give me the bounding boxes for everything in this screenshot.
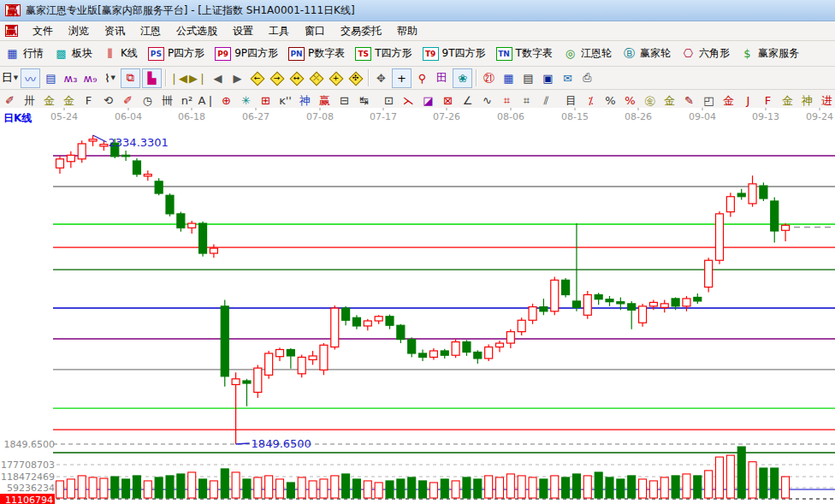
- wave3-tool[interactable]: ʍ₃: [62, 69, 80, 87]
- kline-chart-area[interactable]: 05-2406-0406-1806-2707-0807-1707-2608-06…: [0, 108, 835, 504]
- zigzag-v-tool[interactable]: ∿: [478, 92, 496, 110]
- star-diamond[interactable]: ✣: [346, 69, 364, 87]
- clock-cycle-tool[interactable]: ◷: [139, 92, 157, 110]
- menu-item-文件[interactable]: 文件: [25, 23, 61, 39]
- sectors-button[interactable]: ▩板块: [49, 44, 98, 62]
- crosshair-tool[interactable]: +: [392, 68, 412, 88]
- t-square-button[interactable]: TST四方形: [350, 44, 417, 62]
- zoom-in-diamond[interactable]: →: [268, 69, 286, 87]
- jin-angle-tool[interactable]: 进: [818, 92, 835, 110]
- candle-pencil-tool[interactable]: ✎: [680, 92, 698, 110]
- notes-button[interactable]: ▤: [519, 69, 537, 87]
- winner-wheel-button[interactable]: Ⓑ赢家轮: [617, 44, 676, 62]
- send-mail-button[interactable]: ✉: [559, 69, 577, 87]
- f-angle-tool[interactable]: F: [759, 92, 777, 110]
- first-page-button[interactable]: ❘◀: [169, 69, 187, 87]
- red-knife-tool[interactable]: ✐: [119, 92, 137, 110]
- p-square-button[interactable]: PSP四方形: [143, 44, 210, 62]
- menu-item-工具[interactable]: 工具: [261, 23, 297, 39]
- hand-tool[interactable]: ✥: [372, 69, 390, 87]
- f-ruler-tool[interactable]: F: [80, 92, 98, 110]
- quotes-button[interactable]: ▦行情: [0, 44, 49, 62]
- menu-item-江恩[interactable]: 江恩: [133, 23, 169, 39]
- calendar-21-button[interactable]: ㉑: [480, 69, 498, 87]
- percent-tool[interactable]: %: [601, 92, 619, 110]
- angle-lines-tool[interactable]: ∠: [459, 92, 477, 110]
- menu-item-窗口[interactable]: 窗口: [297, 23, 333, 39]
- grid-dark-tool[interactable]: ⌗: [518, 92, 536, 110]
- gold-lines-tool[interactable]: 金: [660, 92, 678, 110]
- candle-size-dropdown[interactable]: ⌇▼: [101, 69, 119, 87]
- t-number-table-button[interactable]: TNT数字表: [491, 44, 558, 62]
- menu-item-交易委托[interactable]: 交易委托: [333, 23, 389, 39]
- grid-123-tool[interactable]: ⊟: [335, 92, 353, 110]
- gold-ruler-tool[interactable]: 金: [40, 92, 58, 110]
- nine-t-square-button[interactable]: T99T四方形: [418, 44, 491, 62]
- hexagon-button[interactable]: ⎔六角形: [676, 44, 735, 62]
- zigzag-tool[interactable]: 〰: [21, 68, 40, 88]
- wave-box-tool[interactable]: ◰: [700, 92, 718, 110]
- circle-cross-tool[interactable]: ⊕: [217, 92, 235, 110]
- gold-angle-tool[interactable]: 金: [779, 92, 797, 110]
- slant-lines-tool[interactable]: ⫽: [537, 92, 555, 110]
- prev-page-button[interactable]: ◀: [209, 69, 227, 87]
- j-angle-tool[interactable]: J: [739, 92, 757, 110]
- report-tool[interactable]: ▤: [42, 69, 60, 87]
- shen-tool[interactable]: 神: [296, 92, 314, 110]
- k-mark-tool[interactable]: ĸ'': [276, 92, 294, 110]
- spiral-tool[interactable]: ⟲: [99, 92, 117, 110]
- ying-tool[interactable]: 赢: [316, 92, 334, 110]
- percent-line-tool[interactable]: %: [621, 92, 639, 110]
- last-page-button[interactable]: ▶❘: [189, 69, 207, 87]
- pencil-knife-tool[interactable]: ✐: [1, 92, 19, 110]
- fan-tool[interactable]: ⋋: [400, 92, 418, 110]
- gold-ruler2-tool[interactable]: 金: [60, 92, 78, 110]
- winner-service-button[interactable]: $赢家服务: [735, 44, 804, 62]
- box-tool[interactable]: ⊡: [380, 92, 398, 110]
- volume-profile-tool[interactable]: ▙: [142, 68, 162, 88]
- gann-shape-tool[interactable]: 田: [433, 69, 451, 87]
- cross-diamond[interactable]: ⤫: [307, 69, 325, 87]
- candle-body: [309, 356, 317, 359]
- plus-diamond[interactable]: +: [327, 69, 345, 87]
- kline-button[interactable]: ⫼K线: [98, 44, 143, 62]
- starburst-tool[interactable]: ✳: [237, 92, 255, 110]
- expand-diamond[interactable]: ↔: [287, 69, 305, 87]
- next-page-button[interactable]: ▶: [228, 69, 246, 87]
- a-line-tool[interactable]: A❘: [198, 92, 216, 110]
- toolbar-separator: [476, 69, 477, 86]
- percent-slant-tool[interactable]: ⁒: [582, 92, 600, 110]
- gann-list-tool[interactable]: 目: [562, 92, 580, 110]
- comb-ruler-tool[interactable]: 卅: [21, 92, 38, 110]
- menu-item-设置[interactable]: 设置: [225, 23, 261, 39]
- fan-box-tool[interactable]: ◪: [419, 92, 437, 110]
- comb2-tool[interactable]: 卌: [158, 92, 176, 110]
- n-square-tool[interactable]: n²: [178, 92, 196, 110]
- wave9-tool[interactable]: ʍ₉: [81, 69, 99, 87]
- gold-circle-tool[interactable]: ㊎: [641, 92, 659, 110]
- shen-angle-tool[interactable]: 神: [798, 92, 816, 110]
- flower-tool[interactable]: ❀: [453, 68, 472, 88]
- grid-target-tool[interactable]: ⊞: [257, 92, 275, 110]
- nine-p-square-button[interactable]: P99P四方形: [210, 44, 283, 62]
- p-number-table-button-icon: PN: [288, 47, 305, 61]
- calculator-button[interactable]: ▦: [500, 69, 518, 87]
- width-arrows-tool[interactable]: ↹: [355, 92, 373, 110]
- volume-bar: [572, 474, 580, 498]
- save-button[interactable]: ▣: [539, 69, 557, 87]
- menu-item-公式选股[interactable]: 公式选股: [169, 23, 225, 39]
- map-tool[interactable]: ⧉: [121, 68, 140, 88]
- menu-item-帮助[interactable]: 帮助: [389, 23, 425, 39]
- menu-item-资讯[interactable]: 资讯: [97, 23, 133, 39]
- menu-item-浏览[interactable]: 浏览: [61, 23, 97, 39]
- candle-style-dropdown[interactable]: 日▼: [1, 69, 19, 87]
- kline-chart-svg[interactable]: 05-2406-0406-1806-2707-0807-1707-2608-06…: [0, 108, 835, 504]
- gann-wheel-button[interactable]: ◎江恩轮: [558, 44, 617, 62]
- grid-red-tool[interactable]: ⌗: [498, 92, 516, 110]
- measure-tool[interactable]: ⚲: [413, 69, 431, 87]
- fan-grid-tool[interactable]: ⊠: [439, 92, 457, 110]
- remote-computer-button[interactable]: ⎙: [578, 69, 596, 87]
- gold-line-red-tool[interactable]: 金: [720, 92, 737, 110]
- p-number-table-button[interactable]: PNP数字表: [283, 44, 350, 62]
- zoom-out-diamond[interactable]: ←: [248, 69, 266, 87]
